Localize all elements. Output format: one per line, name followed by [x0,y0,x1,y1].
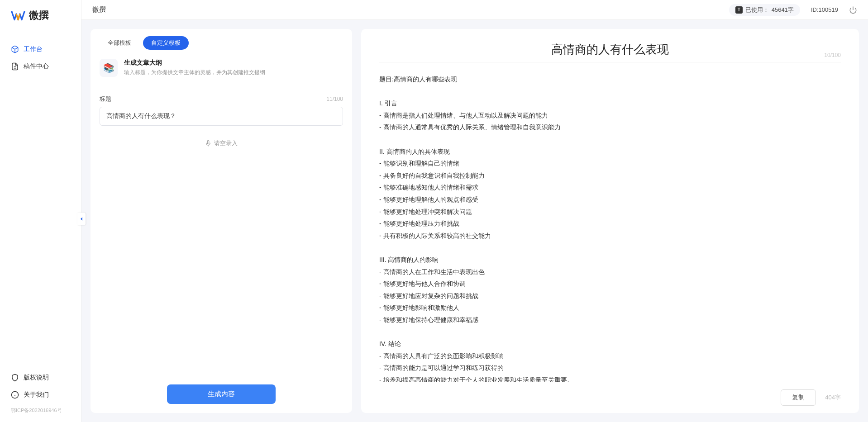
content: 全部模板 自定义模板 📚 生成文章大纲 输入标题，为你提供文章主体的灵感，并为其… [81,20,868,422]
nav-label: 工作台 [24,45,43,53]
voice-input-button[interactable]: 请空录入 [100,139,343,147]
generate-button[interactable]: 生成内容 [167,384,276,404]
template-tabs: 全部模板 自定义模板 [91,29,352,50]
icp-text: 鄂ICP备2022016946号 [0,403,81,414]
logo-text: 微撰 [29,9,49,22]
user-id: ID:100519 [811,6,838,13]
sidebar-collapse-handle[interactable] [77,213,86,225]
info-icon [11,391,19,399]
usage-label: 已使用： [745,6,769,14]
template-title: 生成文章大纲 [124,59,265,67]
nav-label: 版权说明 [24,374,49,382]
nav-about[interactable]: 关于我们 [11,386,70,403]
mic-icon [205,140,211,147]
tab-all-templates[interactable]: 全部模板 [100,36,139,50]
word-count: 404字 [825,394,841,402]
form-section: 标题 11/100 请空录入 [91,86,352,375]
nav-copyright[interactable]: 版权说明 [11,369,70,386]
token-icon: T [735,6,743,14]
title-char-count: 11/100 [326,96,343,102]
output-panel: 高情商的人有什么表现 10/100 题目:高情商的人有哪些表现 I. 引言 - … [361,29,859,413]
topbar-right: T 已使用： 45641字 ID:100519 [729,4,857,16]
cube-icon [11,45,19,53]
usage-value: 45641字 [772,6,794,14]
sidebar: 微撰 工作台 稿件中心 版权说明 关于我们 鄂ICP备2022016946号 [0,0,81,422]
chevron-left-icon [79,217,84,221]
logo-icon [11,8,25,23]
shield-icon [11,374,19,382]
page-title: 微撰 [92,5,106,14]
nav-label: 关于我们 [24,391,49,399]
topbar: 微撰 T 已使用： 45641字 ID:100519 [81,0,868,20]
nav-workbench[interactable]: 工作台 [0,41,81,58]
template-icon: 📚 [100,59,118,77]
tab-custom-templates[interactable]: 自定义模板 [143,36,189,50]
power-icon[interactable] [849,6,857,14]
template-desc: 输入标题，为你提供文章主体的灵感，并为其创建推文提纲 [124,69,265,76]
output-title: 高情商的人有什么表现 [379,42,841,57]
output-footer: 复制 404字 [361,382,859,413]
main: 微撰 T 已使用： 45641字 ID:100519 全部模板 自定义模板 [81,0,868,422]
title-input[interactable] [100,107,343,126]
copy-button[interactable]: 复制 [781,389,816,406]
document-icon [11,62,19,71]
nav-label: 稿件中心 [24,62,49,71]
logo: 微撰 [0,8,81,41]
nav-drafts[interactable]: 稿件中心 [0,58,81,75]
output-header: 高情商的人有什么表现 10/100 [361,29,859,62]
template-card: 📚 生成文章大纲 输入标题，为你提供文章主体的灵感，并为其创建推文提纲 [91,50,352,86]
sidebar-bottom: 版权说明 关于我们 [0,369,81,403]
voice-input-label: 请空录入 [214,139,238,147]
title-label: 标题 [100,95,111,103]
usage-badge: T 已使用： 45641字 [729,4,800,16]
output-title-count: 10/100 [824,52,841,58]
input-panel: 全部模板 自定义模板 📚 生成文章大纲 输入标题，为你提供文章主体的灵感，并为其… [91,29,352,413]
main-nav: 工作台 稿件中心 [0,41,81,369]
output-body[interactable]: 题目:高情商的人有哪些表现 I. 引言 - 高情商是指人们处理情绪、与他人互动以… [361,62,859,382]
